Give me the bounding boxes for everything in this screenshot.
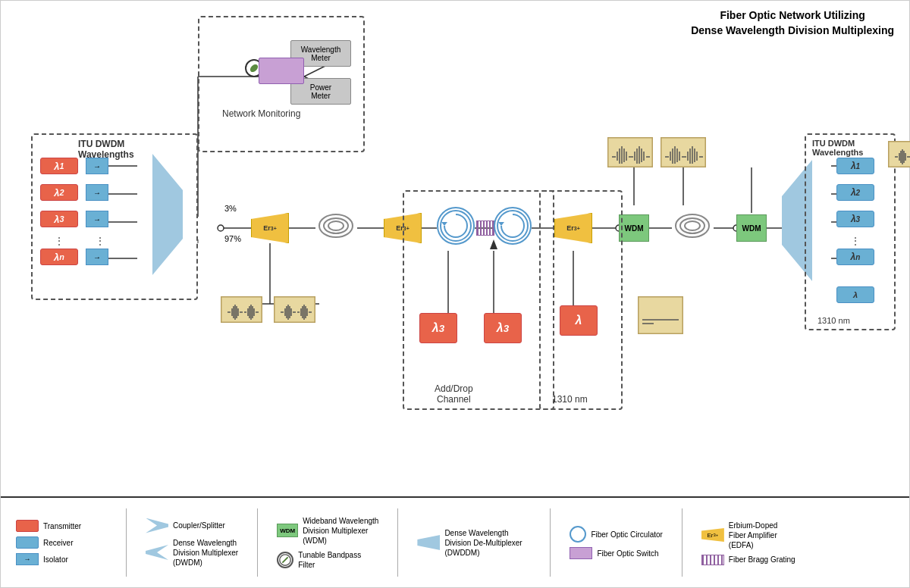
lambda-1310-left: λ [560, 305, 598, 336]
add-drop-label: Add/DropChannel [435, 383, 473, 405]
network-monitoring-box: Network Monitoring WavelengthMeter Power… [198, 16, 365, 152]
receiver-1310: λ [836, 286, 874, 303]
isolator-1: → [86, 158, 108, 174]
left-itu-label: ITU DWDMWavelengths [78, 139, 134, 160]
wdm-filter-1 [888, 141, 910, 167]
legend-dwddm-icon [417, 535, 440, 550]
1310-left-box: λ 1310 nm [539, 190, 623, 410]
wdm-2: WDM [736, 214, 767, 242]
add-drop-lambda3-add: λ3 [484, 313, 522, 343]
legend-bragg-icon [701, 555, 724, 565]
legend-coupler-icon [146, 518, 168, 533]
legend-bragg: Fiber Bragg Grating [701, 555, 795, 565]
legend-transmitter: Transmitter [16, 520, 107, 532]
legend-wdm-icon: WDM [277, 524, 298, 537]
title-line2: Dense Wavelength Division Multiplexing [691, 23, 894, 39]
legend-circulator-icon [570, 526, 586, 543]
legend-fiber-switch: Fiber Optic Switch [570, 547, 662, 559]
legend-dwdm-label: Dense WavelengthDivision Multiplexer(DWD… [173, 538, 238, 568]
add-drop-box: λ3 λ3 Add/DropChannel [403, 190, 554, 410]
right-itu-label: ITU DWDMWavelengths [812, 139, 863, 157]
legend-filter-icon [277, 552, 293, 568]
legend-circulator-label: Fiber Optic Circulator [591, 530, 662, 540]
dispersion-filter-1 [221, 296, 262, 323]
legend-circulator: Fiber Optic Circulator [570, 526, 662, 543]
legend-col-5: Fiber Optic Circulator Fiber Optic Switc… [570, 526, 662, 559]
receiver-2: λ2 [836, 184, 874, 201]
legend-sep-3 [397, 508, 398, 577]
ninety-seven-percent-label: 97% [224, 234, 241, 243]
legend-receiver: Receiver [16, 536, 107, 549]
legend-edfa: Er3+ Erbium-DopedFiber Amplifier(EDFA) [701, 521, 795, 550]
legend-col-2: Coupler/Splitter Dense WavelengthDivisio… [146, 518, 238, 568]
svg-rect-52 [221, 297, 262, 322]
legend-dwdm: Dense WavelengthDivision Multiplexer(DWD… [146, 538, 238, 568]
transmitter-1: λ1 [40, 158, 78, 174]
svg-point-51 [685, 221, 700, 230]
legend-fiber-switch-icon [570, 547, 592, 559]
network-monitoring-label: Network Monitoring [222, 108, 300, 119]
fiber-coil-2 [672, 205, 714, 247]
legend-col-3: WDM Wideband WavelengthDivision Multiple… [277, 516, 378, 570]
legend-transmitter-icon [16, 520, 39, 532]
legend-isolator-icon: → [16, 553, 39, 565]
dispersion-filter-2 [274, 296, 315, 323]
legend-sep-1 [126, 508, 127, 577]
legend-fiber-switch-label: Fiber Optic Switch [597, 549, 658, 558]
legend-dwdm-icon [146, 545, 168, 560]
title-line1: Fiber Optic Network Utilizing [691, 8, 894, 23]
svg-rect-118 [639, 297, 682, 333]
right-itu-box: ITU DWDMWavelengths λ1 λ2 λ3 ⋮ λn λ 1310… [805, 133, 896, 330]
three-percent-label: 3% [224, 204, 237, 213]
svg-line-122 [283, 557, 288, 562]
legend-dwddm-label: Dense WavelengthDivision De-Multiplexer(… [444, 528, 522, 558]
pump-filter-right [661, 137, 706, 167]
isolator-2: → [86, 184, 108, 201]
legend-col-6: Er3+ Erbium-DopedFiber Amplifier(EDFA) F… [701, 521, 795, 565]
transmitter-2: λ2 [40, 184, 78, 201]
legend-wdm-label: Wideband WavelengthDivision Multiplexer(… [303, 516, 378, 546]
isolator-n: → [86, 249, 108, 265]
legend-wdm: WDM Wideband WavelengthDivision Multiple… [277, 516, 378, 546]
pump-filter-left [607, 137, 653, 167]
legend-filter: Tunable BandpassFilter [277, 550, 378, 570]
legend-filter-label: Tunable BandpassFilter [298, 550, 361, 570]
transmitter-n: λn [40, 249, 78, 265]
wdm-1: WDM [619, 214, 649, 242]
legend-area: Transmitter Receiver → Isolator Coupler/… [1, 496, 909, 587]
legend-receiver-icon [16, 536, 39, 549]
fiber-coil-1 [315, 205, 357, 247]
legend-bragg-label: Fiber Bragg Grating [729, 555, 795, 565]
legend-col-1: Transmitter Receiver → Isolator [16, 520, 107, 565]
legend-isolator-label: Isolator [43, 555, 68, 564]
legend-col-4: Dense WavelengthDivision De-Multiplexer(… [417, 528, 531, 558]
transmitter-3: λ3 [40, 211, 78, 227]
left-dwdm-mux [152, 154, 183, 275]
right-1310-label: 1310 nm [817, 316, 850, 325]
receiver-n: λn [836, 249, 874, 265]
legend-sep-4 [550, 508, 551, 577]
diagram-title: Fiber Optic Network Utilizing Dense Wave… [691, 8, 894, 38]
legend-edfa-label: Erbium-DopedFiber Amplifier(EDFA) [729, 521, 777, 550]
left-itu-box: ITU DWDMWavelengths λ1 λ2 λ3 ⋮ λn → → → … [31, 133, 198, 300]
legend-isolator: → Isolator [16, 553, 107, 565]
svg-rect-67 [275, 297, 315, 322]
receiver-1: λ1 [836, 158, 874, 174]
diagram-area: Fiber Optic Network Utilizing Dense Wave… [1, 1, 909, 496]
main-container: Fiber Optic Network Utilizing Dense Wave… [0, 0, 910, 588]
legend-edfa-icon: Er3+ [701, 528, 724, 542]
svg-rect-90 [608, 138, 652, 167]
receiver-3: λ3 [836, 211, 874, 227]
legend-receiver-label: Receiver [43, 539, 73, 547]
svg-point-44 [328, 221, 344, 230]
1310-left-label: 1310 nm [552, 394, 588, 405]
svg-point-22 [218, 225, 224, 231]
legend-coupler: Coupler/Splitter [146, 518, 238, 533]
svg-rect-104 [661, 138, 705, 167]
edfa-1: Er3+ [251, 213, 289, 243]
legend-sep-5 [682, 508, 682, 577]
add-drop-lambda3-drop: λ3 [419, 313, 457, 343]
filter-bottom-right [638, 296, 683, 334]
legend-transmitter-label: Transmitter [43, 522, 81, 530]
legend-sep-2 [257, 508, 258, 577]
